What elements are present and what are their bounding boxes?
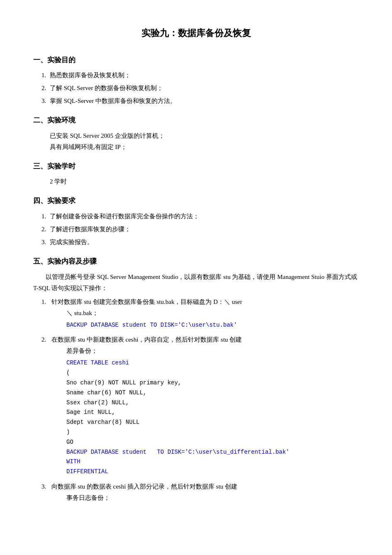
code-line: Ssex char(2) NULL, xyxy=(66,398,359,408)
task-3-text-cont: 事务日志备份； xyxy=(66,492,359,504)
code-line: BACKUP DATABASE student TO DISK='C:\user… xyxy=(66,447,359,457)
list-item: 1.熟悉数据库备份及恢复机制； xyxy=(41,70,359,81)
code-line: ) xyxy=(66,428,359,438)
task-2-code: CREATE TABLE ceshi ( Sno char(9) NOT NUL… xyxy=(66,358,359,477)
section-4-list: 1.了解创建备份设备和进行数据库完全备份操作的方法； 2.了解进行数据库恢复的步… xyxy=(41,211,359,248)
task-1-text-cont: ＼ stu.bak； xyxy=(66,308,359,319)
section-2-content: 已安装 SQL Server 2005 企业版的计算机； 具有局域网环境,有固定… xyxy=(50,130,359,153)
section-heading-5: 五、实验内容及步骤 xyxy=(33,255,359,268)
task-1: 1. 针对数据库 stu 创建完全数据库备份集 stu.bak，目标磁盘为 D：… xyxy=(41,296,359,330)
page-title: 实验九：数据库备份及恢复 xyxy=(33,25,359,42)
section-heading-1: 一、实验目的 xyxy=(33,54,359,67)
list-item: 3.掌握 SQL-Server 中数据库备份和恢复的方法。 xyxy=(41,95,359,107)
task-2-text-cont: 差异备份； xyxy=(66,345,359,357)
list-item: 2.了解进行数据库恢复的步骤； xyxy=(41,224,359,235)
code-line: Sdept varchar(8) NULL xyxy=(66,418,359,428)
code-line: BACKUP DATABASE student TO DISK='C:\user… xyxy=(66,320,359,330)
code-line: DIFFERENTIAL xyxy=(66,467,359,477)
code-line: Sname char(6) NOT NULL, xyxy=(66,388,359,398)
task-3-text: 3. 向数据库 stu 的数据表 ceshi 插入部分记录，然后针对数据库 st… xyxy=(41,481,359,492)
task-2-text: 2. 在数据库 stu 中新建数据表 ceshi，内容自定，然后针对数据库 st… xyxy=(41,334,359,345)
code-line: CREATE TABLE ceshi xyxy=(66,358,359,368)
section-heading-4: 四、实验要求 xyxy=(33,195,359,208)
task-1-text: 1. 针对数据库 stu 创建完全数据库备份集 stu.bak，目标磁盘为 D：… xyxy=(41,296,359,308)
section-3-content: 2 学时 xyxy=(50,176,359,187)
task-3: 3. 向数据库 stu 的数据表 ceshi 插入部分记录，然后针对数据库 st… xyxy=(41,481,359,504)
task-1-code: BACKUP DATABASE student TO DISK='C:\user… xyxy=(66,320,359,330)
section-5-intro: 以管理员帐号登录 SQL Server Management Studio，以原… xyxy=(33,271,359,294)
code-line: WITH xyxy=(66,457,359,467)
section-heading-2: 二、实验环境 xyxy=(33,114,359,127)
section-1-list: 1.熟悉数据库备份及恢复机制； 2.了解 SQL Server 的数据备份和恢复… xyxy=(41,70,359,107)
section-2-line-1: 已安装 SQL Server 2005 企业版的计算机； xyxy=(50,130,359,142)
list-item: 3.完成实验报告。 xyxy=(41,237,359,248)
task-2: 2. 在数据库 stu 中新建数据表 ceshi，内容自定，然后针对数据库 st… xyxy=(41,334,359,477)
code-line: Sno char(9) NOT NULL primary key, xyxy=(66,378,359,388)
code-line: GO xyxy=(66,438,359,447)
code-line: ( xyxy=(66,368,359,378)
section-2-line-2: 具有局域网环境,有固定 IP； xyxy=(50,142,359,153)
code-line: Sage int NULL, xyxy=(66,408,359,418)
list-item: 2.了解 SQL Server 的数据备份和恢复机制； xyxy=(41,83,359,94)
list-item: 1.了解创建备份设备和进行数据库完全备份操作的方法； xyxy=(41,211,359,222)
section-heading-3: 三、实验学时 xyxy=(33,160,359,173)
